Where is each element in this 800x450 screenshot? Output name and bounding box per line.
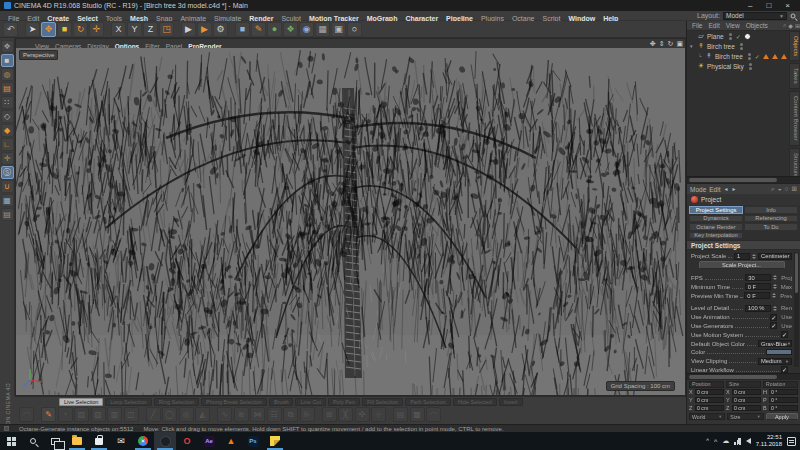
panel-tab-takes[interactable]: Takes (789, 63, 800, 89)
visibility-dots[interactable] (729, 33, 732, 40)
coord-value[interactable]: 0 cm (695, 389, 724, 396)
unit-dropdown[interactable]: Centimeter (758, 253, 792, 260)
minimize-button[interactable]: – (748, 1, 752, 10)
tray-chevron-icon[interactable]: ^ (714, 438, 717, 445)
history-icon[interactable]: ○ (785, 185, 789, 193)
field-stepper[interactable] (752, 253, 756, 260)
checkbox[interactable]: ✓ (770, 322, 777, 329)
metaball-icon[interactable]: ◉ (299, 22, 314, 37)
coord-header-rotation[interactable]: Rotation (763, 381, 798, 388)
palette-tab-phong-break-selection[interactable]: Phong Break Selection (201, 398, 267, 406)
attribute-tab-info[interactable]: Info (744, 206, 798, 214)
maximize-button[interactable]: □ (766, 1, 771, 10)
coord-value[interactable]: 0 cm (732, 405, 761, 412)
brush-tool-icon[interactable]: ⊹ (371, 407, 386, 422)
sticky-notes-icon[interactable] (264, 432, 286, 450)
coord-value[interactable]: 0 cm (695, 405, 724, 412)
model-mode-icon[interactable]: ■ (1, 54, 14, 67)
toggle-view-icon[interactable]: ▣ (676, 40, 683, 47)
brush-tool-icon[interactable]: ◫ (124, 407, 139, 422)
visibility-dots[interactable] (740, 43, 743, 50)
brush-tool-icon[interactable]: ▩ (410, 407, 425, 422)
brush-tool-icon[interactable]: ∿ (217, 407, 232, 422)
brush-tool-icon[interactable]: ✣ (355, 407, 370, 422)
field-value[interactable]: 0 F (745, 283, 771, 290)
polygon-mode-icon[interactable]: ◆ (1, 124, 14, 137)
coord-value[interactable]: 0 ° (769, 389, 798, 396)
rotate-view-icon[interactable]: ↻ (668, 40, 674, 47)
attribute-tab-dynamics[interactable]: Dynamics (689, 215, 743, 223)
coordinate-system-dropdown[interactable]: World▼ (689, 413, 725, 420)
brush-tool-icon[interactable]: ⋈ (250, 407, 265, 422)
brush-tool-icon[interactable]: ✎ (41, 407, 56, 422)
field-value[interactable]: 1 (734, 253, 750, 260)
coord-value[interactable]: 0 cm (732, 389, 761, 396)
enable-check-icon[interactable]: ✓ (736, 33, 741, 40)
close-button[interactable]: × (785, 1, 790, 10)
palette-tab-hide-selected[interactable]: Hide Selected (453, 398, 497, 406)
field-stepper[interactable] (773, 274, 777, 281)
am-menu-edit[interactable]: Edit (709, 186, 720, 193)
brush-tool-icon[interactable]: ◯ (162, 407, 177, 422)
panel-tab-content-browser[interactable]: Content Browser (789, 91, 800, 146)
object-row[interactable]: ☀Physical Sky (687, 61, 800, 71)
tray-people-icon[interactable]: ᴬ (706, 438, 709, 444)
object-name[interactable]: Birch tree (707, 43, 735, 50)
visibility-dots[interactable] (749, 63, 752, 70)
palette-tab-ring-selection[interactable]: Ring Selection (154, 398, 199, 406)
am-menu-mode[interactable]: Mode (690, 186, 706, 193)
om-menu-objects[interactable]: Objects (744, 22, 770, 29)
spline-pen-icon[interactable]: ✎ (251, 22, 266, 37)
after-effects-icon[interactable]: Ae (198, 432, 220, 450)
layout-dropdown[interactable]: Model▼ (723, 12, 787, 20)
point-mode-icon[interactable]: ∷ (1, 96, 14, 109)
visibility-dots[interactable] (748, 53, 751, 60)
lock-workplane-icon[interactable]: ▤ (1, 208, 14, 221)
cinema4d-taskbar-icon[interactable] (154, 432, 176, 450)
object-row[interactable]: └↟Birch tree✓ (687, 51, 800, 61)
palette-tab-live-selection[interactable]: Live Selection (59, 398, 103, 406)
make-editable-icon[interactable]: ❖ (1, 40, 14, 53)
brush-tool-icon[interactable]: ◔ (58, 407, 73, 422)
start-button[interactable] (0, 432, 22, 450)
camera-icon[interactable]: ▣ (331, 22, 346, 37)
palette-tab-loop-selection[interactable]: Loop Selection (105, 398, 151, 406)
camera-label[interactable]: Perspective (19, 50, 58, 60)
brush-tool-icon[interactable]: ≋ (234, 407, 249, 422)
forward-arrow-icon[interactable]: ► (731, 186, 736, 192)
apply-button[interactable]: Apply (766, 413, 798, 420)
onedrive-cloud-icon[interactable]: ☁ (722, 437, 729, 445)
brush-tool-icon[interactable]: ⊞ (322, 407, 337, 422)
light-icon[interactable]: ○ (347, 22, 362, 37)
enable-check-icon[interactable]: ✓ (755, 53, 760, 60)
axis-mode-icon[interactable]: ∟ (1, 138, 14, 151)
palette-tab-brush[interactable]: Brush (269, 398, 293, 406)
object-name[interactable]: Birch tree (715, 53, 743, 60)
brush-tool-icon[interactable]: ◭ (195, 407, 210, 422)
panel-tab-objects[interactable]: Objects (789, 31, 800, 61)
floor-environment-icon[interactable]: ▦ (315, 22, 330, 37)
zoom-view-icon[interactable]: ⇕ (659, 40, 665, 47)
filter-icon[interactable]: ⌕ (783, 22, 786, 29)
brush-tool-icon[interactable]: ▥ (107, 407, 122, 422)
brush-tool-icon[interactable]: ◠ (426, 407, 441, 422)
task-view-icon[interactable] (44, 432, 66, 450)
palette-tab-invert[interactable]: Invert (499, 398, 523, 406)
array-generator-icon[interactable]: ❖ (283, 22, 298, 37)
palette-tab-fill-selection[interactable]: Fill Selection (362, 398, 403, 406)
brush-tool-icon[interactable]: ╱ (146, 407, 161, 422)
om-menu-file[interactable]: File (690, 22, 704, 29)
object-manager-scrollbar[interactable] (687, 176, 800, 183)
tray-clock[interactable]: 22:51 7.11.2018 (756, 434, 782, 449)
coord-value[interactable]: 0 cm (695, 397, 724, 404)
edge-mode-icon[interactable]: ◇ (1, 110, 14, 123)
field-value[interactable]: 0 F (744, 292, 770, 299)
field-value[interactable]: 100 % (745, 305, 771, 312)
coord-value[interactable]: 0 ° (769, 405, 798, 412)
opera-icon[interactable]: O (176, 432, 198, 450)
lock-icon[interactable]: ◒ (778, 185, 782, 193)
brush-tool-icon[interactable]: ◎ (179, 407, 194, 422)
coord-header-size[interactable]: Size (726, 381, 761, 388)
undo-icon[interactable]: ↶ (3, 22, 18, 37)
size-mode-dropdown[interactable]: Size▼ (727, 413, 763, 420)
